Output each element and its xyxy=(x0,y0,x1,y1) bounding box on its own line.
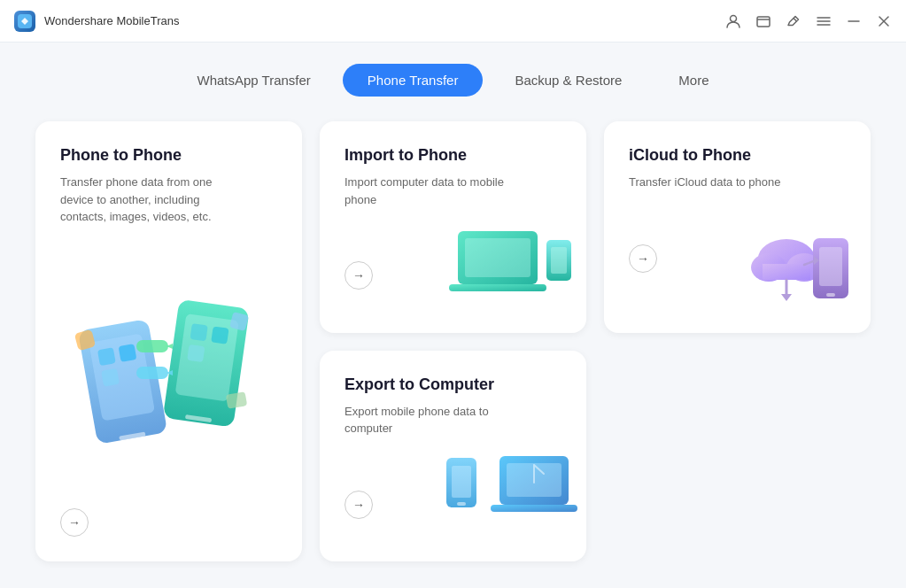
icloud-to-phone-illustration xyxy=(729,216,866,322)
app-title: Wondershare MobileTrans xyxy=(44,14,179,27)
tab-backup-restore[interactable]: Backup & Restore xyxy=(490,64,647,97)
svg-rect-51 xyxy=(491,505,577,512)
app-icon xyxy=(14,11,35,32)
svg-rect-18 xyxy=(174,313,238,401)
main-content: WhatsApp Transfer Phone Transfer Backup … xyxy=(0,43,906,588)
card-import-to-phone-title: Import to Phone xyxy=(345,146,561,165)
svg-rect-20 xyxy=(190,323,207,341)
close-button[interactable] xyxy=(876,13,892,29)
svg-line-4 xyxy=(794,18,797,21)
svg-rect-35 xyxy=(551,247,567,274)
svg-rect-21 xyxy=(211,327,228,344)
user-icon[interactable] xyxy=(725,13,741,29)
card-import-to-phone: Import to Phone Import computer data to … xyxy=(320,121,586,333)
minimize-button[interactable] xyxy=(846,13,862,29)
svg-rect-2 xyxy=(757,17,770,27)
title-bar-left: Wondershare MobileTrans xyxy=(14,11,179,32)
svg-rect-14 xyxy=(97,348,115,367)
import-to-phone-illustration xyxy=(440,213,577,320)
svg-marker-40 xyxy=(781,294,792,301)
card-export-to-computer-desc: Export mobile phone data to computer xyxy=(345,403,522,437)
svg-rect-15 xyxy=(118,344,136,362)
svg-rect-42 xyxy=(819,247,842,286)
card-phone-to-phone-desc: Transfer phone data from one device to a… xyxy=(60,174,237,226)
phone-to-phone-illustration xyxy=(63,278,275,455)
svg-rect-39 xyxy=(763,264,810,280)
svg-rect-43 xyxy=(826,293,835,297)
tab-phone-transfer[interactable]: Phone Transfer xyxy=(343,64,484,97)
tab-whatsapp-transfer[interactable]: WhatsApp Transfer xyxy=(172,64,335,97)
card-icloud-to-phone-title: iCloud to Phone xyxy=(629,146,846,165)
nav-tabs: WhatsApp Transfer Phone Transfer Backup … xyxy=(35,43,871,121)
svg-rect-46 xyxy=(452,466,471,498)
cards-grid: Phone to Phone Transfer phone data from … xyxy=(35,121,871,561)
window-icon[interactable] xyxy=(755,13,771,29)
title-bar: Wondershare MobileTrans xyxy=(0,0,906,43)
card-import-to-phone-arrow[interactable]: → xyxy=(345,261,373,290)
card-phone-to-phone-title: Phone to Phone xyxy=(60,146,277,165)
svg-rect-16 xyxy=(101,368,120,387)
svg-rect-32 xyxy=(449,284,546,291)
card-export-to-computer-title: Export to Computer xyxy=(345,375,561,394)
title-bar-controls xyxy=(725,13,892,29)
card-export-to-computer-arrow[interactable]: → xyxy=(345,491,373,519)
svg-rect-25 xyxy=(136,367,168,379)
edit-icon[interactable] xyxy=(786,13,801,29)
svg-point-1 xyxy=(731,15,737,21)
card-icloud-to-phone-desc: Transfer iCloud data to phone xyxy=(629,174,806,191)
card-import-to-phone-desc: Import computer data to mobile phone xyxy=(345,174,522,208)
menu-icon[interactable] xyxy=(816,13,832,29)
export-to-computer-illustration xyxy=(438,440,579,551)
card-icloud-to-phone-arrow[interactable]: → xyxy=(629,244,657,273)
card-export-to-computer: Export to Computer Export mobile phone d… xyxy=(320,351,586,562)
card-phone-to-phone: Phone to Phone Transfer phone data from … xyxy=(35,121,302,561)
tab-more[interactable]: More xyxy=(654,64,733,97)
svg-rect-47 xyxy=(457,502,466,506)
card-icloud-to-phone: iCloud to Phone Transfer iCloud data to … xyxy=(604,121,871,333)
svg-rect-22 xyxy=(187,344,205,362)
svg-rect-23 xyxy=(136,340,168,352)
card-phone-to-phone-arrow[interactable]: → xyxy=(60,508,89,537)
